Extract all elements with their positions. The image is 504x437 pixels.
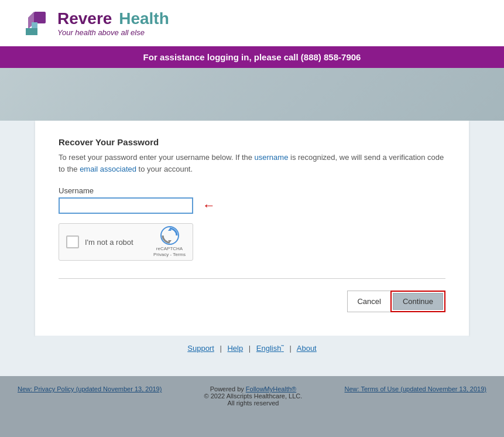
- username-label: Username: [59, 186, 445, 195]
- svg-rect-0: [34, 12, 46, 23]
- help-link[interactable]: Help: [227, 344, 243, 353]
- recaptcha-widget[interactable]: I'm not a robot reCAPTCHA Privacy - Term…: [59, 223, 193, 261]
- recaptcha-logo: reCAPTCHA Privacy - Terms: [153, 226, 186, 257]
- form-title: Recover Your Password: [59, 137, 445, 147]
- footer-links: Support | Help | English˜ | About: [35, 336, 469, 359]
- terms-of-use-link[interactable]: New: Terms of Use (updated November 13, …: [344, 385, 486, 392]
- footer-terms: New: Terms of Use (updated November 13, …: [344, 385, 486, 392]
- support-link[interactable]: Support: [187, 344, 214, 353]
- continue-button-wrapper: Continue: [390, 291, 445, 312]
- svg-marker-3: [32, 22, 37, 28]
- footer-center: Powered by FollowMyHealth® © 2022 Allscr…: [204, 385, 303, 407]
- recaptcha-label: I'm not a robot: [85, 238, 148, 247]
- assistance-banner: For assistance logging in, please call (…: [0, 46, 504, 68]
- main-content: Recover Your Password To reset your pass…: [0, 121, 504, 376]
- continue-button[interactable]: Continue: [393, 293, 443, 310]
- username-link[interactable]: username: [255, 153, 289, 162]
- copyright-text: © 2022 Allscripts Healthcare, LLC.: [204, 392, 303, 400]
- divider: [59, 278, 445, 279]
- revere-health-logo-icon: [23, 11, 49, 36]
- username-input[interactable]: [59, 197, 193, 214]
- recaptcha-checkbox[interactable]: [66, 235, 79, 248]
- followmyhealth-link[interactable]: FollowMyHealth®: [246, 385, 296, 392]
- svg-marker-2: [26, 28, 37, 35]
- email-associated-link[interactable]: email associated: [80, 165, 136, 173]
- bottom-footer: New: Privacy Policy (updated November 13…: [0, 376, 504, 416]
- about-link[interactable]: About: [297, 344, 317, 353]
- form-description: To reset your password enter your userna…: [59, 152, 445, 175]
- footer-privacy: New: Privacy Policy (updated November 13…: [18, 385, 162, 392]
- logo-revere: Revere: [57, 10, 112, 28]
- page-header: Revere Health Your health above all else: [0, 0, 504, 46]
- powered-by: Powered by FollowMyHealth®: [204, 385, 303, 392]
- language-link[interactable]: English˜: [256, 344, 284, 353]
- recaptcha-brand: reCAPTCHA Privacy - Terms: [153, 246, 186, 257]
- arrow-indicator: ←: [203, 199, 215, 212]
- logo-text: Revere Health Your health above all else: [57, 9, 169, 37]
- privacy-policy-link[interactable]: New: Privacy Policy (updated November 13…: [18, 385, 162, 392]
- username-row: ←: [59, 197, 445, 214]
- button-row: Cancel Continue: [59, 291, 445, 312]
- logo-health: Health: [114, 9, 169, 28]
- form-card: Recover Your Password To reset your pass…: [35, 121, 469, 336]
- rights-text: All rights reserved: [204, 400, 303, 407]
- recaptcha-logo-icon: [160, 226, 179, 245]
- hero-image: [0, 68, 504, 121]
- cancel-button[interactable]: Cancel: [347, 291, 390, 312]
- logo-tagline: Your health above all else: [57, 28, 169, 37]
